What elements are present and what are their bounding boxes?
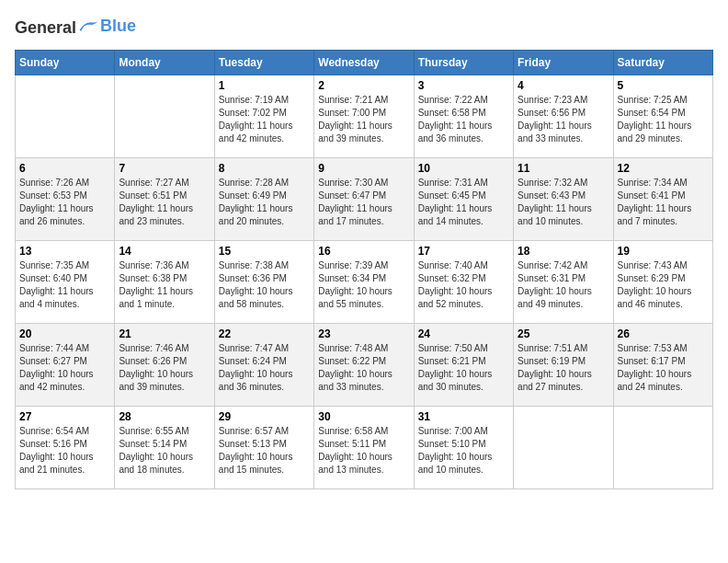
day-number: 25 bbox=[518, 327, 609, 340]
day-number: 22 bbox=[219, 327, 310, 340]
logo-bird-icon bbox=[78, 15, 100, 33]
day-number: 10 bbox=[418, 162, 509, 175]
day-info: Sunrise: 7:26 AMSunset: 6:53 PMDaylight:… bbox=[19, 177, 110, 228]
day-info: Sunrise: 6:57 AMSunset: 5:13 PMDaylight:… bbox=[219, 425, 310, 477]
day-info: Sunrise: 7:46 AMSunset: 6:26 PMDaylight:… bbox=[119, 342, 210, 394]
day-number: 26 bbox=[618, 327, 709, 340]
day-number: 9 bbox=[318, 162, 409, 175]
day-number: 2 bbox=[318, 79, 409, 92]
day-number: 4 bbox=[518, 79, 609, 92]
day-info: Sunrise: 7:47 AMSunset: 6:24 PMDaylight:… bbox=[219, 342, 310, 394]
calendar-cell bbox=[514, 406, 613, 488]
day-info: Sunrise: 7:30 AMSunset: 6:47 PMDaylight:… bbox=[318, 177, 409, 228]
calendar-cell: 10Sunrise: 7:31 AMSunset: 6:45 PMDayligh… bbox=[414, 157, 513, 240]
day-number: 11 bbox=[518, 162, 609, 175]
day-info: Sunrise: 7:51 AMSunset: 6:19 PMDaylight:… bbox=[518, 342, 609, 394]
calendar-cell: 20Sunrise: 7:44 AMSunset: 6:27 PMDayligh… bbox=[16, 323, 115, 406]
week-row: 1Sunrise: 7:19 AMSunset: 7:02 PMDaylight… bbox=[16, 75, 713, 157]
day-info: Sunrise: 6:54 AMSunset: 5:16 PMDaylight:… bbox=[19, 425, 110, 477]
week-row: 27Sunrise: 6:54 AMSunset: 5:16 PMDayligh… bbox=[16, 406, 713, 488]
day-info: Sunrise: 7:32 AMSunset: 6:43 PMDaylight:… bbox=[518, 177, 609, 228]
calendar-cell: 19Sunrise: 7:43 AMSunset: 6:29 PMDayligh… bbox=[613, 240, 712, 323]
day-number: 20 bbox=[19, 327, 110, 340]
day-info: Sunrise: 7:00 AMSunset: 5:10 PMDaylight:… bbox=[418, 425, 509, 477]
day-number: 19 bbox=[618, 245, 709, 258]
day-info: Sunrise: 7:39 AMSunset: 6:34 PMDaylight:… bbox=[318, 259, 409, 311]
day-info: Sunrise: 7:19 AMSunset: 7:02 PMDaylight:… bbox=[219, 94, 310, 145]
calendar-cell: 17Sunrise: 7:40 AMSunset: 6:32 PMDayligh… bbox=[414, 240, 513, 323]
calendar-cell: 22Sunrise: 7:47 AMSunset: 6:24 PMDayligh… bbox=[214, 323, 313, 406]
header-row: SundayMondayTuesdayWednesdayThursdayFrid… bbox=[16, 50, 713, 75]
day-number: 23 bbox=[318, 327, 409, 340]
day-info: Sunrise: 7:21 AMSunset: 7:00 PMDaylight:… bbox=[318, 94, 409, 145]
calendar-cell: 7Sunrise: 7:27 AMSunset: 6:51 PMDaylight… bbox=[115, 157, 214, 240]
calendar-cell: 15Sunrise: 7:38 AMSunset: 6:36 PMDayligh… bbox=[214, 240, 313, 323]
calendar-cell: 26Sunrise: 7:53 AMSunset: 6:17 PMDayligh… bbox=[613, 323, 712, 406]
day-info: Sunrise: 7:36 AMSunset: 6:38 PMDaylight:… bbox=[119, 259, 210, 311]
day-number: 28 bbox=[119, 410, 210, 423]
calendar-cell: 29Sunrise: 6:57 AMSunset: 5:13 PMDayligh… bbox=[214, 406, 313, 488]
calendar-cell bbox=[613, 406, 712, 488]
calendar-cell: 6Sunrise: 7:26 AMSunset: 6:53 PMDaylight… bbox=[16, 157, 115, 240]
calendar-cell: 4Sunrise: 7:23 AMSunset: 6:56 PMDaylight… bbox=[514, 75, 613, 157]
day-number: 31 bbox=[418, 410, 509, 423]
day-info: Sunrise: 7:48 AMSunset: 6:22 PMDaylight:… bbox=[318, 342, 409, 394]
calendar-cell: 8Sunrise: 7:28 AMSunset: 6:49 PMDaylight… bbox=[214, 157, 313, 240]
calendar-cell: 11Sunrise: 7:32 AMSunset: 6:43 PMDayligh… bbox=[514, 157, 613, 240]
day-number: 15 bbox=[219, 245, 310, 258]
calendar-table: SundayMondayTuesdayWednesdayThursdayFrid… bbox=[15, 50, 713, 489]
calendar-cell: 27Sunrise: 6:54 AMSunset: 5:16 PMDayligh… bbox=[16, 406, 115, 488]
calendar-cell: 18Sunrise: 7:42 AMSunset: 6:31 PMDayligh… bbox=[514, 240, 613, 323]
calendar-body: 1Sunrise: 7:19 AMSunset: 7:02 PMDaylight… bbox=[16, 75, 713, 488]
calendar-cell: 3Sunrise: 7:22 AMSunset: 6:58 PMDaylight… bbox=[414, 75, 513, 157]
calendar-cell: 5Sunrise: 7:25 AMSunset: 6:54 PMDaylight… bbox=[613, 75, 712, 157]
day-info: Sunrise: 7:44 AMSunset: 6:27 PMDaylight:… bbox=[19, 342, 110, 394]
calendar-cell: 31Sunrise: 7:00 AMSunset: 5:10 PMDayligh… bbox=[414, 406, 513, 488]
day-number: 27 bbox=[19, 410, 110, 423]
day-info: Sunrise: 7:43 AMSunset: 6:29 PMDaylight:… bbox=[618, 259, 709, 311]
day-info: Sunrise: 7:23 AMSunset: 6:56 PMDaylight:… bbox=[518, 94, 609, 145]
day-number: 18 bbox=[518, 245, 609, 258]
calendar-cell: 13Sunrise: 7:35 AMSunset: 6:40 PMDayligh… bbox=[16, 240, 115, 323]
calendar-cell: 24Sunrise: 7:50 AMSunset: 6:21 PMDayligh… bbox=[414, 323, 513, 406]
calendar-cell: 9Sunrise: 7:30 AMSunset: 6:47 PMDaylight… bbox=[314, 157, 414, 240]
day-info: Sunrise: 7:50 AMSunset: 6:21 PMDaylight:… bbox=[418, 342, 509, 394]
column-header-monday: Monday bbox=[115, 50, 214, 75]
calendar-cell: 21Sunrise: 7:46 AMSunset: 6:26 PMDayligh… bbox=[115, 323, 214, 406]
day-number: 24 bbox=[418, 327, 509, 340]
day-number: 17 bbox=[418, 245, 509, 258]
day-number: 29 bbox=[219, 410, 310, 423]
day-info: Sunrise: 7:53 AMSunset: 6:17 PMDaylight:… bbox=[618, 342, 709, 394]
day-info: Sunrise: 7:22 AMSunset: 6:58 PMDaylight:… bbox=[418, 94, 509, 145]
calendar-cell: 23Sunrise: 7:48 AMSunset: 6:22 PMDayligh… bbox=[314, 323, 414, 406]
calendar-cell: 30Sunrise: 6:58 AMSunset: 5:11 PMDayligh… bbox=[314, 406, 414, 488]
day-number: 13 bbox=[19, 245, 110, 258]
calendar-cell: 28Sunrise: 6:55 AMSunset: 5:14 PMDayligh… bbox=[115, 406, 214, 488]
logo-blue-text: Blue bbox=[100, 17, 136, 35]
calendar-header: SundayMondayTuesdayWednesdayThursdayFrid… bbox=[16, 50, 713, 75]
day-number: 7 bbox=[119, 162, 210, 175]
day-info: Sunrise: 7:25 AMSunset: 6:54 PMDaylight:… bbox=[618, 94, 709, 145]
day-info: Sunrise: 7:40 AMSunset: 6:32 PMDaylight:… bbox=[418, 259, 509, 311]
week-row: 6Sunrise: 7:26 AMSunset: 6:53 PMDaylight… bbox=[16, 157, 713, 240]
day-info: Sunrise: 7:35 AMSunset: 6:40 PMDaylight:… bbox=[19, 259, 110, 311]
column-header-wednesday: Wednesday bbox=[314, 50, 414, 75]
day-info: Sunrise: 6:55 AMSunset: 5:14 PMDaylight:… bbox=[119, 425, 210, 477]
week-row: 20Sunrise: 7:44 AMSunset: 6:27 PMDayligh… bbox=[16, 323, 713, 406]
day-number: 16 bbox=[318, 245, 409, 258]
day-number: 14 bbox=[119, 245, 210, 258]
day-number: 30 bbox=[318, 410, 409, 423]
calendar-cell: 25Sunrise: 7:51 AMSunset: 6:19 PMDayligh… bbox=[514, 323, 613, 406]
column-header-tuesday: Tuesday bbox=[214, 50, 313, 75]
calendar-cell bbox=[16, 75, 115, 157]
day-number: 21 bbox=[119, 327, 210, 340]
column-header-saturday: Saturday bbox=[613, 50, 712, 75]
calendar-cell bbox=[115, 75, 214, 157]
calendar-cell: 1Sunrise: 7:19 AMSunset: 7:02 PMDaylight… bbox=[214, 75, 313, 157]
calendar-cell: 12Sunrise: 7:34 AMSunset: 6:41 PMDayligh… bbox=[613, 157, 712, 240]
page-header: General Blue bbox=[15, 15, 713, 39]
column-header-sunday: Sunday bbox=[16, 50, 115, 75]
day-number: 8 bbox=[219, 162, 310, 175]
day-info: Sunrise: 7:34 AMSunset: 6:41 PMDaylight:… bbox=[618, 177, 709, 228]
day-number: 6 bbox=[19, 162, 110, 175]
